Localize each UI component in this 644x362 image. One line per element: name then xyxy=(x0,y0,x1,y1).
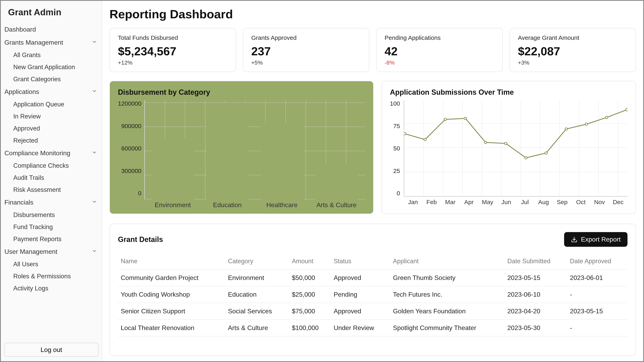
sidebar-group-label: Applications xyxy=(4,88,39,95)
table-row[interactable]: Youth Coding WorkshopEducation$25,000Pen… xyxy=(118,286,628,303)
table-cell: Under Review xyxy=(331,320,390,336)
table-cell: - xyxy=(567,286,628,303)
column-header[interactable]: Category xyxy=(225,253,289,270)
sidebar-item[interactable]: All Grants xyxy=(12,49,100,61)
stat-label: Grants Approved xyxy=(251,34,361,41)
data-point xyxy=(525,157,527,159)
sidebar-item[interactable]: Roles & Permissions xyxy=(12,270,100,282)
download-icon xyxy=(571,236,578,243)
table-title: Grant Details xyxy=(118,235,163,244)
sidebar-group-header[interactable]: Applications xyxy=(3,85,100,98)
table-row[interactable]: Community Garden ProjectEnvironment$50,0… xyxy=(118,270,628,286)
table-cell: Education xyxy=(225,286,289,303)
table-row[interactable]: Local Theater RenovationArts & Culture$1… xyxy=(118,320,628,336)
sidebar-item[interactable]: Application Queue xyxy=(12,98,100,110)
table-cell: 2023-05-15 xyxy=(504,270,567,286)
table-cell: Approved xyxy=(331,303,390,320)
bar-plot-area xyxy=(144,100,365,199)
stat-value: $22,087 xyxy=(518,44,628,58)
column-header[interactable]: Applicant xyxy=(390,253,505,270)
sidebar-group-header[interactable]: Financials xyxy=(3,196,100,209)
column-header[interactable]: Name xyxy=(118,253,225,270)
sidebar-item[interactable]: Audit Trails xyxy=(12,172,100,184)
line-y-axis: 1007550250 xyxy=(390,100,404,197)
y-tick: 75 xyxy=(393,123,400,129)
table-cell: 2023-05-30 xyxy=(504,320,567,336)
sidebar-item[interactable]: Activity Logs xyxy=(12,282,100,295)
stat-delta: +5% xyxy=(251,59,361,66)
sidebar: Grant Admin Dashboard Grants ManagementA… xyxy=(1,1,102,361)
x-tick: Mar xyxy=(441,199,460,206)
column-header[interactable]: Amount xyxy=(289,253,331,270)
data-point xyxy=(565,128,567,130)
data-point xyxy=(585,123,588,125)
export-report-button[interactable]: Export Report xyxy=(564,232,628,247)
x-tick: Sep xyxy=(553,199,572,206)
bar-category-label: Environment xyxy=(151,201,194,209)
table-cell: 2023-05-15 xyxy=(567,303,628,320)
table-cell: Pending xyxy=(331,286,390,303)
sidebar-item[interactable]: Approved xyxy=(12,122,100,135)
sidebar-group-label: Compliance Monitoring xyxy=(4,149,70,157)
main-content: Reporting Dashboard Total Funds Disburse… xyxy=(102,1,643,361)
bar xyxy=(206,103,249,199)
sidebar-item[interactable]: In Review xyxy=(12,110,100,122)
grant-details-table: NameCategoryAmountStatusApplicantDate Su… xyxy=(118,253,628,337)
line-x-labels: JanFebMarAprMayJunJulAugSepOctNovDec xyxy=(404,197,628,206)
bar xyxy=(261,123,303,199)
data-point xyxy=(504,142,507,145)
sidebar-group-header[interactable]: Compliance Monitoring xyxy=(3,147,100,160)
sidebar-link-dashboard[interactable]: Dashboard xyxy=(3,23,100,36)
charts-row: Disbursement by Category 120000090000060… xyxy=(110,81,636,214)
stat-value: 42 xyxy=(384,44,494,58)
x-tick: Dec xyxy=(609,199,628,206)
data-point xyxy=(444,118,446,121)
column-header[interactable]: Date Approved xyxy=(567,253,628,270)
sidebar-item[interactable]: Grant Categories xyxy=(12,73,100,85)
brand-title: Grant Admin xyxy=(3,3,100,23)
x-tick: Apr xyxy=(460,199,478,206)
stats-row: Total Funds Disbursed $5,234,567 +12% Gr… xyxy=(110,28,636,72)
bar xyxy=(315,163,358,199)
table-cell: $25,000 xyxy=(289,286,331,303)
stat-card: Pending Applications 42 -8% xyxy=(376,28,503,72)
stat-card: Grants Approved 237 +5% xyxy=(243,28,370,72)
bar-category-label: Arts & Culture xyxy=(315,201,358,209)
sidebar-item[interactable]: All Users xyxy=(12,258,100,270)
logout-button[interactable]: Log out xyxy=(4,343,98,357)
table-cell: Senior Citizen Support xyxy=(118,303,225,320)
stat-label: Total Funds Disbursed xyxy=(118,34,228,41)
sidebar-group-label: User Management xyxy=(4,248,57,255)
bar xyxy=(152,139,194,199)
sidebar-item[interactable]: Compliance Checks xyxy=(12,160,100,172)
bar-y-axis: 12000009000006000003000000 xyxy=(118,100,144,197)
stat-label: Average Grant Amount xyxy=(518,34,628,41)
sidebar-item[interactable]: New Grant Application xyxy=(12,61,100,73)
y-tick: 0 xyxy=(138,190,142,197)
table-cell: Environment xyxy=(225,270,289,286)
table-cell: - xyxy=(567,320,628,336)
y-tick: 600000 xyxy=(121,145,142,152)
column-header[interactable]: Date Submitted xyxy=(504,253,567,270)
y-tick: 900000 xyxy=(121,123,142,129)
table-cell: Tech Futures Inc. xyxy=(390,286,505,303)
x-tick: Nov xyxy=(590,199,609,206)
table-cell: Social Services xyxy=(225,303,289,320)
sidebar-item[interactable]: Payment Reports xyxy=(12,233,100,245)
x-tick: Jan xyxy=(404,199,422,206)
sidebar-group-label: Financials xyxy=(4,199,34,206)
column-header[interactable]: Status xyxy=(331,253,390,270)
table-row[interactable]: Senior Citizen SupportSocial Services$75… xyxy=(118,303,628,320)
sidebar-item[interactable]: Disbursements xyxy=(12,209,100,221)
stat-label: Pending Applications xyxy=(384,34,494,41)
sidebar-group-header[interactable]: Grants Management xyxy=(3,36,100,49)
data-point xyxy=(545,152,547,154)
sidebar-item[interactable]: Fund Tracking xyxy=(12,221,100,233)
sidebar-group-header[interactable]: User Management xyxy=(3,245,100,258)
data-point xyxy=(626,109,628,111)
chart-title: Disbursement by Category xyxy=(118,88,365,96)
sidebar-item[interactable]: Rejected xyxy=(12,135,100,147)
sidebar-item[interactable]: Risk Assessment xyxy=(12,184,100,196)
grant-details-table-card: Grant Details Export Report NameCategory… xyxy=(110,224,636,356)
stat-delta: +3% xyxy=(518,59,628,66)
